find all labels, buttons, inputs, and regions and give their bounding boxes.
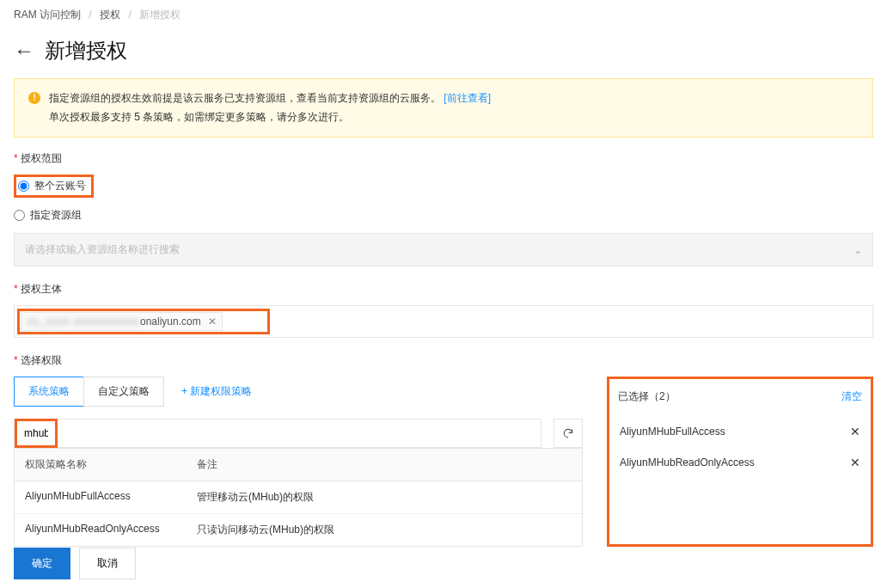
refresh-icon (562, 427, 574, 439)
cell-name: AliyunMHubReadOnlyAccess (25, 523, 197, 537)
cell-name: AliyunMHubFullAccess (25, 490, 197, 505)
scope-label: 授权范围 (14, 151, 873, 166)
new-policy-link[interactable]: + 新建权限策略 (181, 384, 252, 399)
close-icon[interactable]: ✕ (850, 456, 860, 469)
selected-heading: 已选择（2） (618, 389, 676, 404)
breadcrumb-item[interactable]: 授权 (100, 9, 120, 21)
cell-remark: 只读访问移动云(MHub)的权限 (197, 523, 572, 537)
highlight-box: xx_xxxx xxxxxxxxxxx onaliyun.com ✕ (17, 309, 270, 334)
info-text: 单次授权最多支持 5 条策略，如需绑定更多策略，请分多次进行。 (49, 111, 349, 123)
refresh-button[interactable] (554, 419, 583, 448)
selected-item: AliyunMHubReadOnlyAccess ✕ (618, 447, 862, 478)
breadcrumb: RAM 访问控制 / 授权 / 新增授权 (0, 0, 887, 30)
radio-whole-account[interactable] (18, 181, 29, 192)
page-header: ← 新增授权 (0, 30, 887, 78)
clear-button[interactable]: 清空 (841, 389, 862, 404)
principal-label: 授权主体 (14, 282, 873, 297)
close-icon[interactable]: ✕ (208, 315, 217, 328)
principal-input[interactable]: xx_xxxx xxxxxxxxxxx onaliyun.com ✕ (14, 305, 873, 338)
selected-item: AliyunMHubFullAccess ✕ (618, 416, 862, 447)
table-row[interactable]: AliyunMHubReadOnlyAccess 只读访问移动云(MHub)的权… (15, 514, 582, 546)
info-banner: ! 指定资源组的授权生效前提是该云服务已支持资源组，查看当前支持资源组的云服务。… (14, 78, 873, 138)
policy-table: 权限策略名称 备注 AliyunMHubFullAccess 管理移动云(MHu… (14, 448, 583, 547)
info-text: 指定资源组的授权生效前提是该云服务已支持资源组，查看当前支持资源组的云服务。 (49, 92, 441, 104)
highlight-box: 整个云账号 (14, 175, 94, 198)
principal-value-suffix: onaliyun.com (140, 315, 201, 328)
breadcrumb-current: 新增授权 (139, 9, 180, 21)
back-arrow-icon[interactable]: ← (14, 39, 34, 63)
breadcrumb-item[interactable]: RAM 访问控制 (14, 9, 81, 21)
info-icon: ! (28, 92, 40, 104)
principal-tag: xx_xxxx xxxxxxxxxxx onaliyun.com ✕ (21, 312, 223, 331)
page-title: 新增授权 (45, 37, 127, 64)
selected-item-name: AliyunMHubFullAccess (620, 426, 725, 438)
select-placeholder: 请选择或输入资源组名称进行搜索 (25, 242, 180, 257)
info-link[interactable]: [前往查看] (444, 92, 491, 104)
radio-label: 整个云账号 (34, 179, 86, 193)
chevron-down-icon: ⌄ (853, 244, 862, 256)
policy-tabs: 系统策略 自定义策略 + 新建权限策略 (14, 377, 583, 407)
highlight-box (15, 419, 58, 448)
table-row[interactable]: AliyunMHubFullAccess 管理移动云(MHub)的权限 (15, 481, 582, 514)
search-input-value[interactable] (17, 421, 55, 445)
close-icon[interactable]: ✕ (850, 425, 860, 438)
ok-button[interactable]: 确定 (14, 548, 70, 579)
policy-search-input[interactable] (14, 419, 541, 448)
col-header-remark: 备注 (197, 457, 572, 472)
selected-panel: 已选择（2） 清空 AliyunMHubFullAccess ✕ AliyunM… (607, 377, 873, 547)
radio-resource-group[interactable] (14, 210, 25, 221)
tab-system-policy[interactable]: 系统策略 (14, 377, 84, 407)
cell-remark: 管理移动云(MHub)的权限 (197, 490, 572, 505)
policy-label: 选择权限 (14, 353, 873, 368)
tab-custom-policy[interactable]: 自定义策略 (83, 377, 164, 407)
cancel-button[interactable]: 取消 (79, 548, 136, 579)
col-header-name: 权限策略名称 (25, 457, 197, 472)
resource-group-select[interactable]: 请选择或输入资源组名称进行搜索 ⌄ (14, 233, 873, 266)
radio-label: 指定资源组 (30, 208, 82, 223)
footer-actions: 确定 取消 (14, 548, 136, 579)
selected-item-name: AliyunMHubReadOnlyAccess (620, 456, 755, 469)
principal-value-masked: xx_xxxx xxxxxxxxxxx (28, 315, 140, 328)
